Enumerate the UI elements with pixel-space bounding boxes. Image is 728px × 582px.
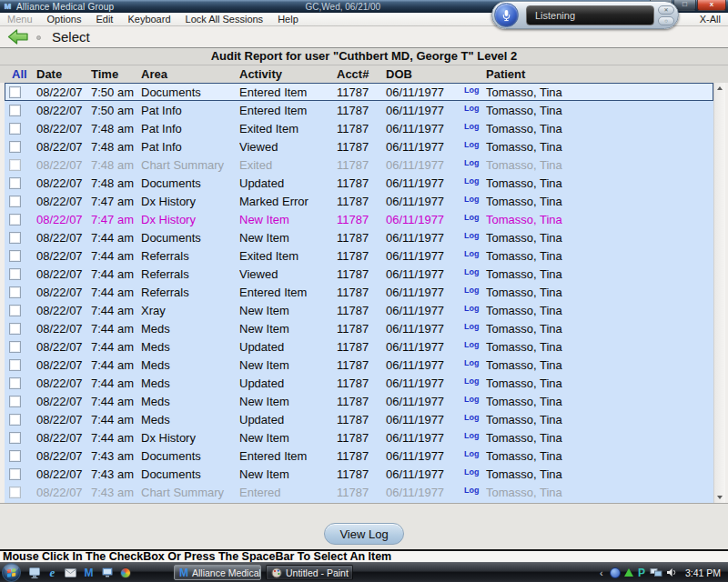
menu-help[interactable]: Help [270,14,306,25]
row-checkbox[interactable] [9,396,21,407]
menu-lock-all-sessions[interactable]: Lock All Sessions [178,14,271,25]
log-link[interactable]: Log [464,447,486,460]
table-scrollbar[interactable] [713,83,725,503]
table-row[interactable]: 08/22/07 7:44 am Documents New Item 1178… [5,228,713,246]
table-row[interactable]: 08/22/07 7:47 am Dx History Marked Error… [5,192,713,210]
microphone-icon[interactable] [494,3,519,27]
select-all-header[interactable]: All [0,67,36,81]
log-link[interactable]: Log [464,228,486,242]
log-link[interactable]: Log [464,356,486,369]
log-link[interactable]: Log [464,246,486,260]
table-row[interactable]: 08/22/07 7:44 am Xray New Item 11787 06/… [5,301,713,319]
menu-edit[interactable]: Edit [88,14,120,25]
table-row[interactable]: 08/22/07 7:44 am Referrals Viewed 11787 … [5,265,713,283]
log-link[interactable]: Log [464,428,486,442]
row-checkbox[interactable] [9,86,21,98]
speech-icon[interactable] [610,567,621,578]
row-checkbox[interactable] [9,359,21,371]
table-row[interactable]: 08/22/07 7:43 am Documents Entered Item … [5,447,713,465]
row-checkbox[interactable] [9,450,21,462]
row-checkbox[interactable] [9,323,21,335]
table-row[interactable]: 08/22/07 7:44 am Dx History New Item 117… [5,428,713,447]
table-row[interactable]: 08/22/07 7:47 am Dx History New Item 117… [5,210,713,228]
row-checkbox[interactable] [9,305,21,316]
log-link[interactable]: Log [464,101,486,115]
collapse-chevron-icon[interactable]: ‹ [597,568,606,577]
internet-explorer-icon[interactable]: e [46,566,59,579]
log-link[interactable]: Log [464,374,486,387]
scroll-down-icon[interactable] [717,496,723,499]
start-orb-icon[interactable] [2,563,21,582]
close-button[interactable]: x [697,0,726,11]
table-row[interactable]: 08/22/07 7:44 am Meds New Item 11787 06/… [5,392,713,410]
x-all-button[interactable]: X-All [700,14,721,25]
media-center-icon[interactable] [118,566,132,579]
row-checkbox[interactable] [9,286,21,298]
table-row[interactable]: 08/22/07 7:50 am Pat Info Entered Item 1… [5,101,713,119]
network-icon[interactable] [650,567,662,577]
log-link[interactable]: Log [464,156,486,169]
row-checkbox[interactable] [9,214,21,226]
table-row[interactable]: 08/22/07 7:44 am Referrals Exited Item 1… [5,246,713,265]
log-link[interactable]: Log [464,337,486,351]
table-row[interactable]: 08/22/07 7:48 am Documents Updated 11787… [5,174,713,192]
table-row[interactable]: 08/22/07 7:44 am Meds Updated 11787 06/1… [5,410,713,428]
table-row[interactable]: 08/22/07 7:48 am Chart Summary Exited 11… [5,156,713,174]
table-row[interactable]: 08/22/07 7:43 am Documents New Item 1178… [5,465,713,483]
log-link[interactable]: Log [464,83,486,96]
log-link[interactable]: Log [464,465,486,478]
row-checkbox[interactable] [9,432,21,444]
log-link[interactable]: Log [464,392,486,406]
table-row[interactable]: 08/22/07 7:50 am Documents Entered Item … [5,83,713,101]
row-checkbox[interactable] [9,414,21,426]
back-arrow-icon[interactable] [7,28,29,49]
volume-icon[interactable] [666,567,677,577]
row-checkbox[interactable] [9,159,21,171]
row-checkbox[interactable] [9,487,21,498]
row-checkbox[interactable] [9,177,21,189]
taskbar-button[interactable]: MAlliance Medical Gr... [174,565,261,580]
taskbar-button[interactable]: Untitled - Paint [266,565,353,580]
table-row[interactable]: 08/22/07 7:43 am Chart Summary Entered 1… [5,483,713,501]
green-triangle-icon[interactable] [624,568,633,577]
show-desktop-icon[interactable] [27,566,41,579]
row-checkbox[interactable] [9,341,21,353]
log-link[interactable]: Log [464,483,486,497]
taskbar-clock[interactable]: 3:41 PM [685,567,721,578]
log-link[interactable]: Log [464,137,486,151]
log-link[interactable]: Log [464,210,486,224]
row-checkbox[interactable] [9,250,21,262]
row-checkbox[interactable] [9,268,21,280]
table-row[interactable]: 08/22/07 7:44 am Meds New Item 11787 06/… [5,356,713,374]
log-link[interactable]: Log [464,410,486,424]
log-link[interactable]: Log [464,119,486,133]
log-link[interactable]: Log [464,192,486,206]
row-checkbox[interactable] [9,196,21,207]
row-checkbox[interactable] [9,468,21,480]
scroll-up-icon[interactable] [717,86,723,90]
row-checkbox[interactable] [9,141,21,153]
log-link[interactable]: Log [464,265,486,278]
table-row[interactable]: 08/22/07 7:48 am Pat Info Viewed 11787 0… [5,137,713,156]
log-link[interactable]: Log [464,283,486,296]
table-row[interactable]: 08/22/07 7:44 am Meds Updated 11787 06/1… [5,374,713,392]
table-row[interactable]: 08/22/07 7:44 am Meds Updated 11787 06/1… [5,337,713,356]
view-log-button[interactable]: View Log [324,523,404,545]
speech-options-icon[interactable]: ○ [658,16,674,25]
remote-desktop-icon[interactable] [100,566,114,579]
log-link[interactable]: Log [464,301,486,315]
log-link[interactable]: Log [464,319,486,333]
row-checkbox[interactable] [9,232,21,244]
menu-keyboard[interactable]: Keyboard [120,14,177,25]
row-checkbox[interactable] [9,105,21,116]
row-checkbox[interactable] [9,123,21,135]
menu-options[interactable]: Options [40,14,89,25]
table-row[interactable]: 08/22/07 7:44 am Referrals Entered Item … [5,283,713,301]
log-link[interactable]: Log [464,174,486,187]
table-row[interactable]: 08/22/07 7:44 am Meds New Item 11787 06/… [5,319,713,337]
row-checkbox[interactable] [9,377,21,389]
medical-app-icon[interactable]: M [82,566,96,579]
mail-icon[interactable] [64,566,77,579]
speech-close-icon[interactable]: ✕ [658,5,674,15]
table-row[interactable]: 08/22/07 7:48 am Pat Info Exited Item 11… [5,119,713,137]
